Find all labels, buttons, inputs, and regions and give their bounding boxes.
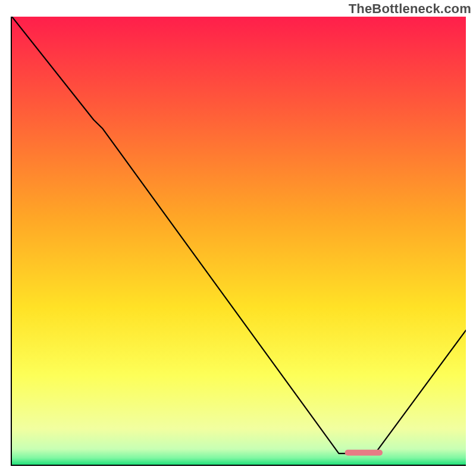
chart-frame: TheBottleneck.com <box>0 0 476 476</box>
plot-area <box>11 17 466 466</box>
watermark-label: TheBottleneck.com <box>349 1 471 17</box>
gradient-background <box>12 17 466 465</box>
plot-svg <box>12 17 466 465</box>
